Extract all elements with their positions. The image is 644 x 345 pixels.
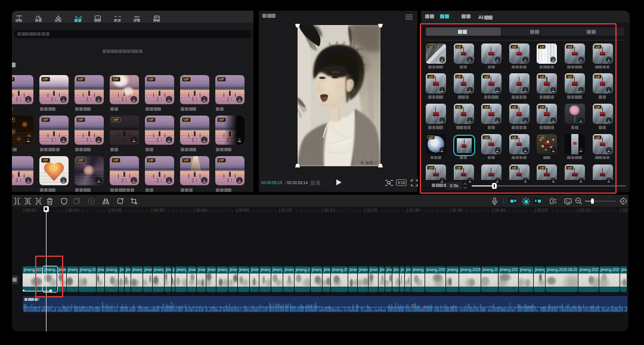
svg-text:AI: AI <box>374 161 377 165</box>
